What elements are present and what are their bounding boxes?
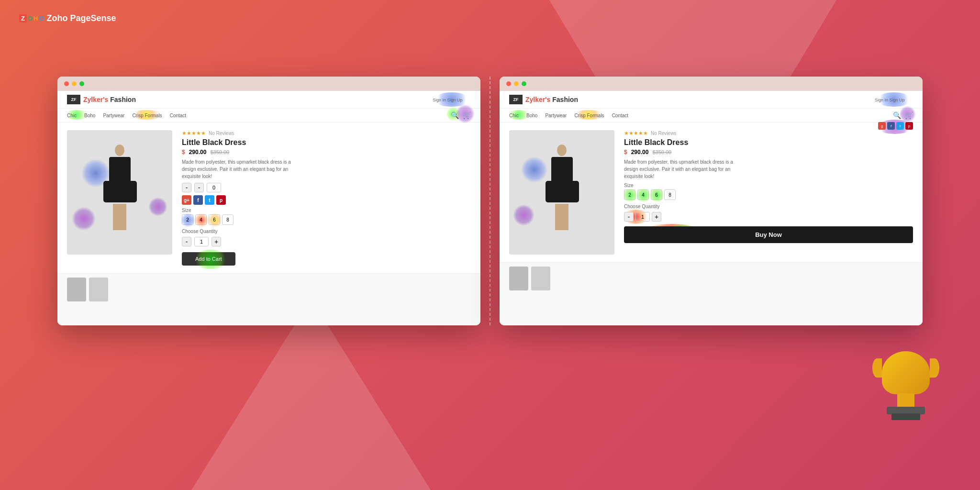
- size-6-b[interactable]: 6: [651, 189, 662, 200]
- product-price-a: $290.00 $350.00: [182, 149, 471, 156]
- nav-icons-b: 🔍 🛒: [893, 111, 913, 119]
- product-price-b: $290.00 $350.00: [624, 149, 913, 156]
- bg-deco-2: [191, 299, 431, 490]
- site-brand-b: Zylker's Fashion: [525, 96, 578, 103]
- size-2-b[interactable]: 2: [624, 189, 635, 200]
- product-image-a: [67, 130, 172, 255]
- qty-dash-a: -: [194, 183, 204, 192]
- trophy-cup: [882, 351, 930, 394]
- header-right-a: Sign In Sign Up: [433, 95, 471, 104]
- dot-green-b: [522, 81, 526, 86]
- cart-icon-b[interactable]: 🛒: [905, 111, 913, 119]
- nav-contact-a[interactable]: Contact: [170, 113, 186, 118]
- site-brand-a: Zylker's Fashion: [83, 96, 136, 103]
- qty-val-b: 1: [635, 212, 650, 222]
- share-pin-b[interactable]: p: [905, 122, 913, 130]
- thumbnails-a: [57, 273, 480, 305]
- size-options-a: 2 4 6 8: [182, 214, 471, 225]
- qty-minus2-a[interactable]: -: [182, 237, 191, 246]
- social-twitter-a[interactable]: t: [205, 195, 214, 205]
- price-dollar-b: $: [624, 149, 627, 156]
- nav-boho-b[interactable]: Boho: [526, 113, 537, 118]
- signin-area-a: Sign In Sign Up: [433, 95, 471, 104]
- dot-red-b: [506, 81, 511, 86]
- site-header-a: ZF Zylker's Fashion Sign In Sign Up: [57, 91, 480, 109]
- site-logo-icon-b: ZF: [509, 95, 523, 104]
- thumb-2-a[interactable]: [89, 278, 108, 301]
- qty-minus-b[interactable]: -: [624, 212, 634, 222]
- size-2-a[interactable]: 2: [182, 214, 193, 225]
- search-icon-b[interactable]: 🔍: [893, 111, 901, 119]
- nav-formals-b[interactable]: Crisp Formals: [574, 112, 604, 118]
- logo-o2: O: [39, 15, 44, 22]
- app-logo: Z O H O Zoho PageSense: [19, 13, 116, 23]
- cart-icon-a[interactable]: 🛒: [463, 111, 471, 119]
- add-to-cart-btn-a[interactable]: Add to Cart: [182, 252, 235, 266]
- size-8-b[interactable]: 8: [664, 189, 676, 200]
- nav-partywear-b[interactable]: Partywear: [545, 113, 567, 118]
- share-fb-b[interactable]: f: [887, 122, 895, 130]
- browser-titlebar-a: [57, 77, 480, 91]
- quantity-row-a: - - 0: [182, 183, 471, 192]
- qty-value-a: 0: [207, 183, 221, 192]
- dot-red-a: [64, 81, 69, 86]
- trophy-decoration: [872, 351, 939, 428]
- product-rating-a: ★★★★★ No Reviews: [182, 130, 471, 136]
- size-8-a[interactable]: 8: [222, 214, 234, 225]
- thumb-1-a[interactable]: [67, 278, 86, 301]
- size-label-b: Size: [624, 183, 913, 188]
- nav-formals-a[interactable]: Crisp Formals: [132, 112, 162, 118]
- browser-window-a: ZF Zylker's Fashion Sign In Sign Up Chic: [57, 77, 480, 325]
- browser-content-a: ZF Zylker's Fashion Sign In Sign Up Chic: [57, 91, 480, 325]
- product-title-a: Little Black Dress: [182, 138, 471, 147]
- site-logo-b: ZF Zylker's Fashion: [509, 95, 578, 104]
- size-options-b: 2 4 6 8: [624, 189, 913, 200]
- qty-plus2-a[interactable]: +: [212, 237, 221, 246]
- size-4-b[interactable]: 4: [637, 189, 649, 200]
- buy-now-btn-b[interactable]: Buy Now: [624, 226, 913, 243]
- nav-boho-a[interactable]: Boho: [84, 113, 95, 118]
- site-nav-a: Chic Boho Partywear Crisp Formals Contac…: [57, 109, 480, 122]
- thumb-2-b[interactable]: [531, 267, 550, 290]
- product-image-b: [509, 130, 614, 255]
- logo-h: H: [33, 15, 38, 22]
- size-6-a[interactable]: 6: [209, 214, 220, 225]
- nav-contact-b[interactable]: Contact: [612, 113, 628, 118]
- social-share-b: g f t p: [878, 122, 913, 130]
- thumb-1-b[interactable]: [509, 267, 528, 290]
- heat-img-2a: [72, 207, 96, 231]
- trophy-stem: [897, 393, 914, 408]
- product-title-b: Little Black Dress: [624, 138, 913, 147]
- site-logo-a: ZF Zylker's Fashion: [67, 95, 136, 104]
- search-icon-a[interactable]: 🔍: [451, 111, 459, 119]
- price-dollar-a: $: [182, 149, 185, 156]
- browser-content-b: ZF Zylker's Fashion Sign In Sign Up Chic…: [500, 91, 923, 325]
- heat-img-3a: [148, 197, 167, 216]
- logo-o1: O: [28, 15, 33, 22]
- social-pinterest-a[interactable]: p: [216, 195, 226, 205]
- size-4-a[interactable]: 4: [195, 214, 207, 225]
- site-main-a: ★★★★★ No Reviews Little Black Dress $290…: [57, 122, 480, 273]
- nav-chic-b[interactable]: Chic: [509, 112, 519, 118]
- choose-qty-label-a: Choose Quantity: [182, 229, 471, 234]
- share-gplus-b[interactable]: g: [878, 122, 886, 130]
- qty-plus-b[interactable]: +: [652, 212, 661, 222]
- dot-yellow-a: [72, 81, 77, 86]
- share-tw-b[interactable]: t: [896, 122, 904, 130]
- dot-green-a: [79, 81, 84, 86]
- trophy-shape: [872, 351, 939, 428]
- social-icons-a: g+ f t p: [182, 195, 471, 205]
- browser-window-b: ZF Zylker's Fashion Sign In Sign Up Chic…: [500, 77, 923, 325]
- qty-minus-a[interactable]: -: [182, 183, 191, 192]
- nav-partywear-a[interactable]: Partywear: [103, 113, 124, 118]
- comparison-container: ZF Zylker's Fashion Sign In Sign Up Chic: [57, 77, 923, 325]
- choose-qty-label-b: Choose Quantity: [624, 204, 913, 209]
- site-main-b: ★★★★★ No Reviews Little Black Dress $290…: [500, 122, 923, 262]
- signin-area-b: Sign In Sign Up: [875, 95, 913, 104]
- trophy-pedestal: [891, 413, 920, 420]
- social-facebook-a[interactable]: f: [193, 195, 203, 205]
- size-label-a: Size: [182, 208, 471, 213]
- qty-val2-a: 1: [194, 237, 209, 246]
- nav-chic-a[interactable]: Chic: [67, 112, 77, 118]
- social-google-a[interactable]: g+: [182, 195, 191, 205]
